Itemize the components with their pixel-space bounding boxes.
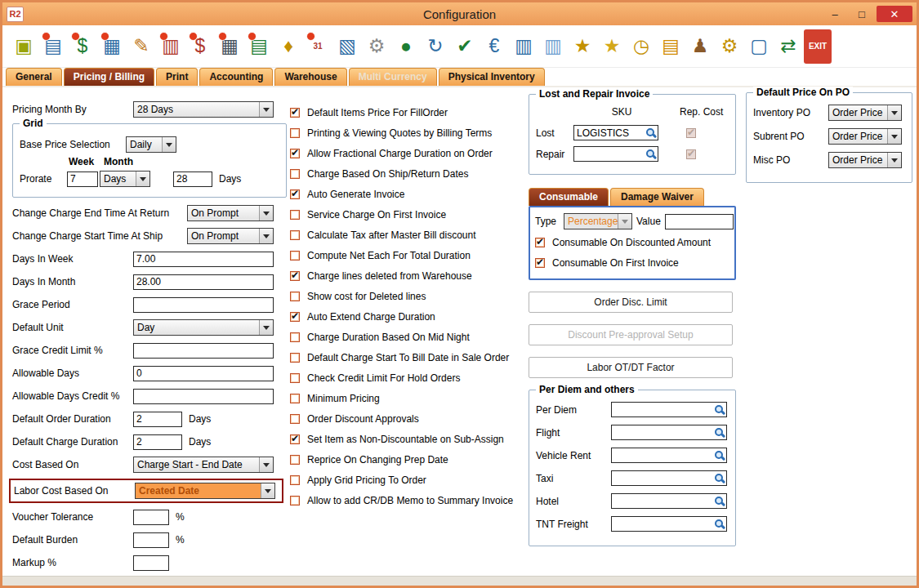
option-row[interactable]: Charge Duration Based On Mid Night: [290, 327, 532, 347]
option-row[interactable]: Show cost for Deleted lines: [290, 286, 532, 306]
tab[interactable]: Print: [156, 68, 198, 86]
checkbox[interactable]: [290, 149, 300, 158]
action-button[interactable]: Discount Pre-approval Setup: [529, 324, 733, 345]
search-icon[interactable]: [714, 427, 725, 438]
chevron-down-icon[interactable]: [261, 483, 274, 498]
option-row[interactable]: Consumable On First Invoice: [535, 252, 729, 273]
option-row[interactable]: Auto Generate Invoice: [290, 184, 532, 204]
checkbox[interactable]: [535, 258, 545, 268]
po-price-select[interactable]: Order Price: [828, 128, 902, 145]
checkbox[interactable]: [290, 169, 300, 179]
markup-input[interactable]: [133, 555, 169, 571]
workstation-icon[interactable]: ▢: [745, 29, 773, 64]
checkbox[interactable]: [290, 414, 300, 424]
checkbox[interactable]: [290, 496, 300, 506]
default-charge-duration-input[interactable]: [133, 434, 182, 450]
maximize-button[interactable]: □: [850, 6, 874, 22]
lookup-input[interactable]: [611, 516, 727, 532]
save-icon[interactable]: ▣: [10, 29, 38, 64]
checkbox[interactable]: [290, 332, 300, 342]
tab[interactable]: Damage Waiver: [610, 188, 704, 206]
option-row[interactable]: Default Items Price For FillOrder: [290, 102, 532, 122]
lookup-input[interactable]: [611, 425, 727, 440]
cost-based-on-select[interactable]: Charge Start - End Date: [133, 457, 274, 473]
checkbox[interactable]: [290, 251, 300, 261]
tab[interactable]: Consumable: [529, 188, 609, 206]
search-icon[interactable]: [714, 496, 725, 506]
checkbox[interactable]: [535, 238, 545, 247]
lookup-input[interactable]: [611, 448, 727, 463]
option-row[interactable]: Default Charge Start To Bill Date in Sal…: [290, 347, 532, 368]
orders-icon[interactable]: ▤: [39, 29, 67, 64]
prorate-month-input[interactable]: [173, 172, 212, 187]
checkbox[interactable]: [290, 210, 300, 220]
search-icon[interactable]: [645, 149, 656, 159]
tab[interactable]: Warehouse: [274, 68, 346, 86]
chevron-down-icon[interactable]: [162, 137, 176, 152]
checkbox[interactable]: [290, 189, 300, 199]
change-start-time-select[interactable]: On Prompt: [187, 228, 274, 244]
option-row[interactable]: Auto Extend Charge Duration: [290, 306, 532, 327]
tab[interactable]: General: [6, 68, 62, 86]
labor-cost-based-on-select[interactable]: Created Date: [135, 483, 275, 499]
chevron-down-icon[interactable]: [259, 457, 273, 472]
option-row[interactable]: Allow Fractional Charge Duration on Orde…: [290, 143, 532, 163]
chevron-down-icon[interactable]: [136, 172, 149, 186]
option-row[interactable]: Order Discount Approvals: [290, 408, 532, 429]
checkbox[interactable]: [290, 434, 300, 444]
tab[interactable]: Accounting: [199, 68, 273, 86]
pricing-month-by-select[interactable]: 28 Days: [133, 101, 274, 118]
option-row[interactable]: Service Charge On First Invoice: [290, 204, 532, 225]
search-icon[interactable]: [714, 450, 725, 461]
network-globe-icon[interactable]: ●: [392, 29, 420, 64]
tab[interactable]: Physical Inventory: [439, 68, 545, 86]
checkbox[interactable]: [290, 394, 300, 403]
verify-shield-icon[interactable]: ✔: [451, 29, 479, 64]
option-row[interactable]: Set Item as Non-Discountable on Sub-Assi…: [290, 429, 532, 449]
chevron-down-icon[interactable]: [259, 206, 273, 220]
checkbox[interactable]: [290, 271, 300, 281]
default-order-duration-input[interactable]: [133, 412, 182, 427]
checkbox[interactable]: [290, 230, 300, 240]
days-in-month-input[interactable]: [133, 274, 274, 290]
option-row[interactable]: Check Credit Limit For Hold Orders: [290, 368, 532, 388]
settings-gears-icon[interactable]: ⚙: [363, 29, 390, 64]
lookup-input[interactable]: [611, 493, 727, 509]
cash-register-icon[interactable]: $: [69, 29, 96, 64]
lookup-input[interactable]: [611, 402, 727, 417]
option-row[interactable]: Compute Net Each For Total Duration: [290, 245, 532, 265]
rate-grid-icon[interactable]: ▦: [216, 29, 243, 64]
sync-icon[interactable]: ↻: [422, 29, 449, 64]
checkbox[interactable]: [290, 108, 300, 118]
option-row[interactable]: Consumable On Discounted Amount: [535, 232, 729, 252]
consumable-value-input[interactable]: [665, 214, 734, 229]
chevron-down-icon[interactable]: [887, 105, 901, 120]
base-price-selection-select[interactable]: Daily: [126, 136, 176, 153]
action-button[interactable]: Labor OT/DT Factor: [529, 357, 733, 378]
option-row[interactable]: Charge Based On Ship/Return Dates: [290, 163, 532, 184]
grace-credit-input[interactable]: [133, 343, 274, 359]
lookup-input[interactable]: [611, 470, 727, 486]
days-in-week-input[interactable]: [133, 252, 274, 267]
partnership-icon[interactable]: ♦: [274, 29, 302, 64]
checkbox[interactable]: [290, 292, 300, 301]
chevron-down-icon[interactable]: [259, 102, 273, 117]
search-icon[interactable]: [714, 519, 725, 529]
option-row[interactable]: Minimum Pricing: [290, 388, 532, 408]
chevron-down-icon[interactable]: [887, 153, 901, 167]
change-end-time-select[interactable]: On Prompt: [187, 205, 274, 221]
option-row[interactable]: Calculate Tax after Master Bill discount: [290, 225, 532, 245]
voucher-tolerance-input[interactable]: [133, 510, 169, 525]
option-row[interactable]: Printing & Viewing Quotes by Billing Ter…: [290, 122, 532, 143]
tools-gear-icon[interactable]: ⚙: [716, 29, 743, 64]
tab[interactable]: Multi Currency: [349, 68, 437, 86]
allowable-days-input[interactable]: [133, 366, 274, 381]
currency-card-icon[interactable]: €: [480, 29, 508, 64]
close-button[interactable]: ✕: [877, 6, 912, 22]
award-gold2-icon[interactable]: ★: [598, 29, 626, 64]
chevron-down-icon[interactable]: [259, 320, 273, 335]
grace-period-input[interactable]: [133, 297, 274, 313]
default-burden-input[interactable]: [133, 532, 169, 548]
checkbox[interactable]: [290, 353, 300, 363]
award-gold-icon[interactable]: ★: [569, 29, 596, 64]
